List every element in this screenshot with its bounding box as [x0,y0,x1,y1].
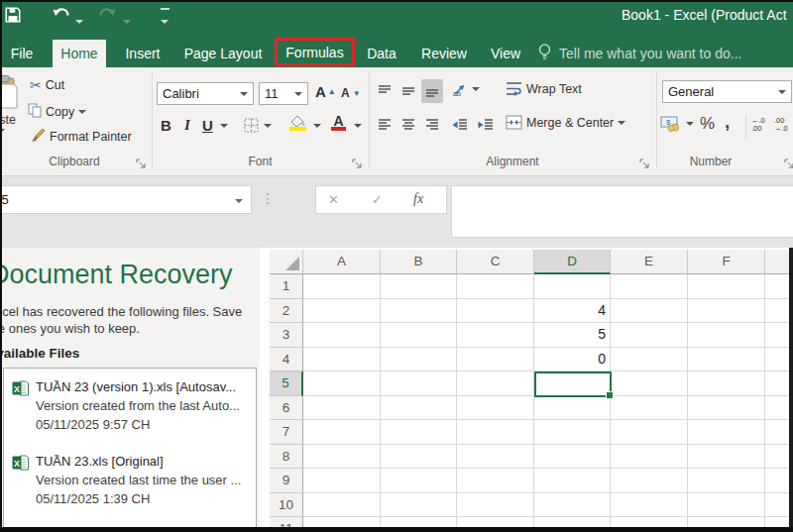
grid-cell[interactable] [303,493,381,518]
column-header[interactable]: A [303,250,381,274]
grid-cell[interactable] [765,348,790,372]
font-size-combo[interactable]: 11 [259,82,308,105]
tell-me-box[interactable]: Tell me what you want to do... [537,40,741,67]
grid-cell[interactable] [688,445,765,470]
grid-cell[interactable] [381,469,457,493]
grid-cell[interactable] [381,445,457,470]
align-right-button[interactable] [421,113,443,137]
save-icon[interactable] [4,6,22,28]
grid-cell[interactable] [457,445,534,470]
grid-cell[interactable] [611,274,688,299]
grid-cell[interactable] [765,299,790,324]
tab-page-layout[interactable]: Page Layout [177,40,269,67]
grid-cell[interactable] [534,445,611,470]
percent-style-button[interactable]: % [700,114,715,134]
grid-cell[interactable] [534,469,611,493]
row-header[interactable]: 8 [270,445,303,470]
grid-cell[interactable] [765,274,790,299]
format-painter-button[interactable]: Format Painter [31,128,132,146]
comma-style-button[interactable]: , [725,111,730,133]
row-header[interactable]: 6 [270,396,303,421]
grid-cell[interactable] [611,396,688,421]
grid-cell[interactable] [611,348,688,372]
grid-cell[interactable] [534,274,611,299]
grid-cell[interactable] [688,299,765,324]
recovered-file-item[interactable]: X TUẦN 23.xls [Original] Version created… [4,454,256,513]
grid-cell[interactable] [611,420,688,445]
grid-cell[interactable] [381,348,457,372]
grid-cell[interactable] [457,348,534,372]
align-center-button[interactable] [397,113,419,137]
grid-cell[interactable] [765,469,790,493]
grid-cell[interactable] [765,396,790,421]
grid-cell[interactable] [765,323,790,348]
customize-quick-access-icon[interactable] [161,8,170,30]
formula-input[interactable] [451,185,793,238]
grid-cell[interactable] [534,420,611,445]
grid-cell[interactable] [381,372,457,396]
orientation-button[interactable]: ab [452,81,480,97]
underline-dropdown-icon[interactable] [220,124,228,128]
grid-cell[interactable] [611,299,688,324]
clipboard-dialog-launcher-icon[interactable] [136,156,147,166]
tab-home[interactable]: Home [53,40,106,67]
column-header[interactable]: C [457,250,534,274]
merge-center-button[interactable]: Merge & Center [506,115,625,130]
row-header[interactable]: 3 [270,323,303,348]
formula-bar-grip-icon[interactable]: ⋮ [261,190,275,206]
alignment-dialog-launcher-icon[interactable] [639,156,650,166]
grid-cell[interactable] [303,372,381,396]
wrap-text-button[interactable]: Wrap Text [506,81,582,96]
grid-cell[interactable] [611,323,688,348]
column-header[interactable]: F [688,250,765,274]
borders-dropdown-icon[interactable] [264,124,272,128]
column-header[interactable]: E [611,250,688,274]
align-middle-button[interactable] [397,79,419,103]
italic-button[interactable]: I [184,117,190,134]
tab-insert[interactable]: Insert [115,40,170,67]
grid-cell[interactable]: 0 [534,348,611,372]
grid-cell[interactable] [457,420,534,445]
align-left-button[interactable] [374,113,396,137]
grid-cell[interactable] [534,493,611,518]
row-header[interactable]: 5 [270,372,303,396]
grid-cell[interactable] [457,299,534,324]
enter-icon[interactable]: ✓ [372,192,383,207]
fill-handle[interactable] [606,391,614,399]
grid-cell[interactable] [457,469,534,493]
font-dialog-launcher-icon[interactable] [352,156,363,166]
grid-cell[interactable] [303,299,381,324]
grid-cell[interactable] [611,469,688,493]
tab-formulas[interactable]: Formulas [275,38,355,66]
copy-button[interactable]: Copy [28,103,86,121]
align-top-button[interactable] [374,79,396,103]
grid-cell[interactable] [765,493,790,518]
accounting-format-button[interactable]: $ [660,115,694,132]
column-header[interactable]: D [534,250,611,274]
increase-indent-button[interactable] [475,113,497,137]
grid-cell[interactable] [381,396,457,421]
bold-button[interactable]: B [161,117,171,134]
grid-cell[interactable] [765,372,790,396]
selected-cell-outline[interactable] [534,372,612,397]
row-header[interactable]: 7 [270,420,303,445]
grid-cell[interactable] [611,493,688,518]
insert-function-icon[interactable]: fx [413,191,423,207]
row-header[interactable]: 1 [270,274,303,299]
grid-cell[interactable]: 4 [534,299,611,324]
column-header[interactable] [765,250,790,274]
grid-cell[interactable] [303,420,381,445]
decrease-decimal-button[interactable]: .00 →.0 [774,117,788,133]
tab-review[interactable]: Review [413,40,475,67]
tab-data[interactable]: Data [358,40,405,67]
align-bottom-button[interactable] [421,79,443,103]
grid-cell[interactable] [303,396,381,421]
increase-decimal-button[interactable]: ←.0 .00 [751,117,765,133]
tab-view[interactable]: View [481,40,530,67]
grid-cell[interactable] [688,396,765,421]
increase-font-size-button[interactable]: A▲ [315,83,336,100]
grid-cell[interactable] [611,372,688,396]
grid-cell[interactable] [611,445,688,470]
name-box[interactable]: D5 [0,185,252,214]
redo-dropdown-icon[interactable] [123,12,131,30]
